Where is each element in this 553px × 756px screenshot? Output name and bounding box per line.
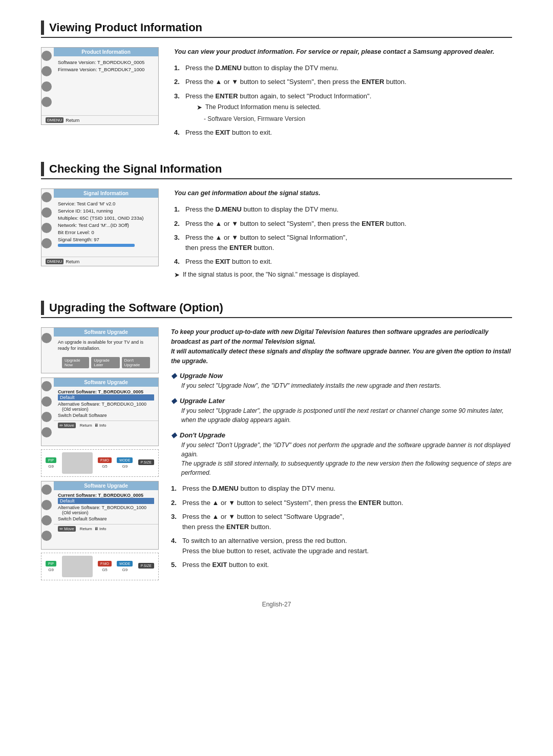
section-header-2: Checking the Signal Information — [41, 162, 512, 179]
tv-icon-1 — [41, 51, 52, 61]
key-pmo[interactable]: P.MO — [98, 457, 112, 463]
key2-pmo[interactable]: P.MO — [98, 561, 112, 566]
signal-row-0: Service: Test Card 'M' v2.0 — [58, 201, 154, 206]
signal-row-4: Bit Error Level: 0 — [58, 229, 154, 235]
tv-icons-col — [41, 48, 52, 115]
key-col-pmo: P.MO G5 — [98, 457, 112, 469]
signal-row-5: Signal Strength: 97 — [58, 237, 154, 242]
bullet-title-upgrade-now: ◆ Upgrade Now — [171, 371, 512, 380]
tv-screen-title-signal: Signal Information — [54, 189, 158, 198]
upgrade-right-content: To keep your product up-to-date with new… — [171, 327, 512, 574]
tv-footer-product: DMENU Return — [41, 115, 158, 124]
step-upgrade-3: 3. Press the ▲ or ▼ button to select "So… — [171, 512, 512, 532]
upgrade3-info: 🖥 Info — [94, 527, 107, 531]
signal-icon-2 — [41, 207, 52, 218]
section-header-1: Viewing Product Information — [41, 20, 512, 38]
upgrade2-right: Software Upgrade Current Software: T_BOR… — [54, 378, 158, 446]
tv-screen-upgrade-dialog: Software Upgrade An upgrade is available… — [41, 327, 159, 373]
bullet-label-upgrade-now: Upgrade Now — [180, 372, 223, 380]
upgrade3-footer: ⇔ Move Return 🖥 Info — [54, 524, 158, 533]
upgrade3-title: Software Upgrade — [54, 481, 158, 490]
upgrade-btn-row: Upgrade Now Upgrade Later Don't Upgrade — [58, 355, 154, 370]
step-num-u1: 1. — [171, 484, 182, 494]
step-product-4: 4. Press the EXIT button to exit. — [174, 128, 512, 138]
step-num-s2: 2. — [174, 219, 185, 229]
key-col-pip: PIP G9 — [46, 457, 56, 469]
key-mode[interactable]: MODE — [117, 457, 133, 463]
upgrade-dialog-inner: Software Upgrade An upgrade is available… — [41, 328, 158, 373]
tv-panel-product-info: Product Information Software Version: T_… — [41, 47, 159, 129]
step-product-3: 3. Press the ENTER button again, to sele… — [174, 91, 512, 123]
tv-mini-image-1 — [62, 452, 93, 474]
key2-mode-label: G9 — [117, 568, 133, 572]
steps-product: 1. Press the D.MENU button to display th… — [174, 63, 512, 138]
key-pip[interactable]: PIP — [46, 457, 56, 463]
step-content-u5: Press the EXIT button to exit. — [182, 560, 512, 570]
section-body-1: Product Information Software Version: T_… — [41, 47, 512, 141]
tv-mini-body-1 — [62, 452, 93, 474]
upgrade-later-btn[interactable]: Upgrade Later — [91, 357, 119, 368]
key2-pip[interactable]: PIP — [46, 561, 56, 566]
remote-strip-2: PIP G9 P.MO G5 MODE G9 P.SI — [41, 553, 159, 580]
remote-strip-1: PIP G9 P.MO G5 MODE G9 P.SI — [41, 449, 159, 477]
content-panel-signal: You can get information about the signal… — [174, 188, 512, 280]
upgrade2-title: Software Upgrade — [54, 378, 158, 387]
intro-text-product: You can view your product information. F… — [174, 47, 512, 57]
tv-screen-body-product: Software Version: T_BORDDUKO_0005 Firmwa… — [54, 56, 158, 77]
footer-text: English-27 — [262, 601, 291, 608]
step-num-u5: 5. — [171, 560, 182, 570]
tv-mini-image-2 — [62, 556, 93, 577]
dont-upgrade-btn[interactable]: Don't Upgrade — [122, 357, 150, 368]
upgrade2-icon-2 — [41, 396, 52, 407]
section-signal-info: Checking the Signal Information Signal I… — [41, 162, 512, 280]
upgrade3-icon-2 — [41, 500, 52, 510]
step-content-p1: Press the D.MENU button to display the D… — [185, 63, 512, 73]
key-psize[interactable]: P.SIZE — [138, 459, 154, 465]
content-panel-product-info: You can view your product information. F… — [174, 47, 512, 141]
tv-screen-body-signal: Service: Test Card 'M' v2.0 Service ID: … — [54, 198, 158, 250]
key2-mode[interactable]: MODE — [117, 561, 133, 566]
step-content-s3: Press the ▲ or ▼ button to select "Signa… — [185, 233, 512, 253]
key-col2-mode: MODE G9 — [117, 561, 133, 572]
signal-icon-1 — [41, 192, 52, 202]
upgrade-body-text: An upgrade is available for your TV and … — [58, 339, 154, 352]
sw-switch-label: Switch Default Software — [58, 413, 154, 418]
tv-footer-signal: DMENU Return — [41, 257, 158, 266]
section-bar-2 — [41, 162, 44, 176]
upgrade2-footer: ⇔ Move Return 🖥 Info — [54, 421, 158, 430]
upgrade-now-btn[interactable]: Upgrade Now — [62, 357, 89, 368]
step-content-u1: Press the D.MENU button to display the D… — [182, 484, 512, 494]
step-num-p2: 2. — [174, 77, 185, 87]
section-title-1: Viewing Product Information — [49, 21, 202, 34]
signal-row-1: Service ID: 1041, running — [58, 208, 154, 214]
key2-psize[interactable]: P.SIZE — [138, 563, 154, 569]
step-upgrade-2: 2. Press the ▲ or ▼ button to select "Sy… — [171, 498, 512, 508]
key-pmo-label: G5 — [98, 464, 112, 469]
step-signal-4: 4. Press the EXIT button to exit. — [174, 257, 512, 267]
arrow-sym-p3: ➤ — [197, 102, 202, 113]
tv-screen-upgrade-3: Software Upgrade Current Software: T_BOR… — [41, 481, 159, 550]
upgrade2-body: Current Software: T_BORDDUKO_0005 Defaul… — [54, 387, 158, 421]
signal-strength-bar — [58, 244, 135, 247]
upgrade3-icon-3 — [41, 515, 52, 526]
tv-screen-title-product: Product Information — [54, 48, 158, 56]
sw-old-label: (Old version) — [58, 407, 154, 412]
tv-right-product-info: Product Information Software Version: T_… — [54, 48, 158, 115]
tv-signal-inner: Signal Information Service: Test Card 'M… — [41, 189, 158, 257]
step-content-s4: Press the EXIT button to exit. — [185, 257, 512, 267]
signal-note-text: If the signal status is poor, the "No si… — [183, 271, 359, 279]
signal-row-3: Network: Test Card 'M'...(ID 3Off) — [58, 222, 154, 228]
steps-signal: 1. Press the D.MENU button to display th… — [174, 204, 512, 267]
bullet-label-upgrade-later: Upgrade Later — [180, 397, 225, 405]
upgrade3-move: ⇔ Move — [58, 526, 76, 532]
step-num-p1: 1. — [174, 63, 185, 73]
section-bar-1 — [41, 20, 44, 35]
step-num-s4: 4. — [174, 257, 185, 267]
key-pip-label: G9 — [46, 464, 56, 469]
bullet-title-dont-upgrade: ◆ Don't Upgrade — [171, 431, 512, 439]
tv-row-firmware: Firmware Version: T_BORDDUK7_1000 — [58, 67, 154, 72]
diamond-icon-3: ◆ — [171, 431, 177, 439]
tv-row-software: Software Version: T_BORDDUKO_0005 — [58, 59, 154, 65]
bullet-desc-upgrade-later: If you select "Upgrade Later", the upgra… — [181, 406, 512, 425]
sw3-default-highlight: Default — [58, 498, 154, 504]
